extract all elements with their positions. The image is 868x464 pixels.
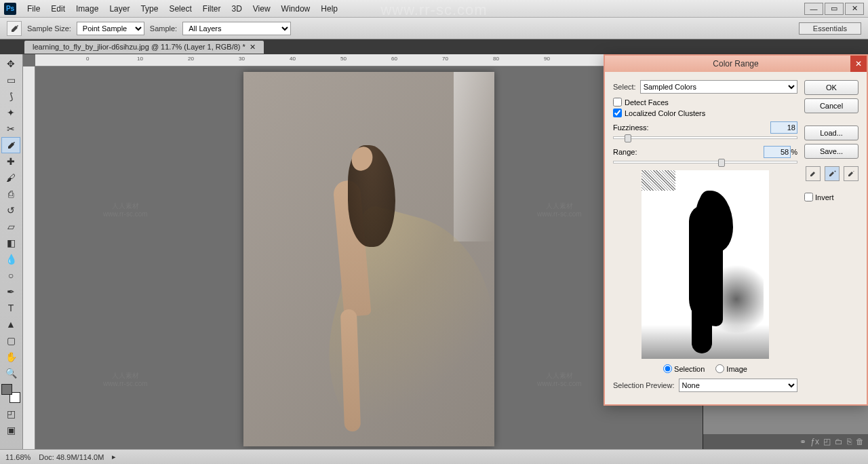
quick-mask-tool[interactable]: ◰ — [1, 406, 20, 422]
menu-file[interactable]: File — [22, 1, 45, 16]
type-tool[interactable]: T — [1, 300, 20, 316]
ruler-mark: 50 — [340, 56, 347, 62]
menu-layer[interactable]: Layer — [104, 1, 135, 16]
new-layer-icon[interactable]: ⎘ — [847, 437, 852, 446]
document-image — [243, 72, 494, 446]
status-bar: 11.68% Doc: 48.9M/114.0M ▸ — [0, 449, 868, 464]
new-group-icon[interactable]: 🗀 — [835, 437, 843, 446]
lasso-tool[interactable]: ⟆ — [1, 88, 20, 104]
radio-image[interactable]: Image — [715, 364, 747, 373]
document-tab[interactable]: learning_to_fly_by_jlior-d6sihzu.jpg @ 1… — [24, 41, 264, 54]
layer-style-icon[interactable]: ƒx — [810, 437, 819, 446]
workspace-switcher[interactable]: Essentials — [799, 22, 861, 35]
link-layers-icon[interactable]: ⚭ — [800, 437, 806, 446]
sample-select[interactable]: All Layers — [182, 22, 291, 35]
stamp-tool[interactable]: ⎙ — [1, 186, 20, 202]
menu-image[interactable]: Image — [71, 1, 104, 16]
fuzziness-slider-thumb[interactable] — [625, 134, 631, 142]
ruler-horizontal: 0102030405060708090 — [35, 54, 703, 66]
canvas-area[interactable]: 人人素材www.rr-sc.com 人人素材www.rr-sc.com 人人素材… — [35, 66, 703, 449]
invert-checkbox-row[interactable]: Invert — [804, 193, 859, 201]
path-select-tool[interactable]: ▲ — [1, 316, 20, 332]
menu-window[interactable]: Window — [276, 1, 316, 16]
fuzziness-input[interactable] — [770, 121, 797, 134]
eyedropper-tool-icon[interactable] — [7, 21, 22, 36]
brush-tool[interactable]: 🖌 — [1, 170, 20, 186]
invert-label: Invert — [815, 193, 834, 201]
hand-tool[interactable]: ✋ — [1, 349, 20, 365]
magic-wand-tool[interactable]: ✦ — [1, 104, 20, 121]
layers-panel-footer: ⚭ ƒx ◰ 🗀 ⎘ 🗑 — [703, 434, 868, 449]
move-tool[interactable]: ✥ — [1, 56, 20, 72]
eraser-tool[interactable]: ▱ — [1, 218, 20, 235]
range-input[interactable] — [764, 146, 791, 158]
ok-button[interactable]: OK — [804, 80, 859, 95]
select-dropdown[interactable]: Sampled Colors — [640, 80, 797, 94]
window-controls: — ▭ ✕ — [804, 3, 864, 15]
eyedropper-sample-icon[interactable] — [806, 166, 821, 181]
foreground-color-swatch[interactable] — [1, 384, 12, 395]
preview-noise — [642, 170, 675, 191]
document-tab-close-icon[interactable]: ✕ — [250, 43, 256, 52]
range-label: Range: — [613, 148, 764, 156]
menu-select[interactable]: Select — [163, 1, 197, 16]
dialog-close-button[interactable]: ✕ — [850, 56, 867, 72]
dialog-titlebar[interactable]: Color Range ✕ — [605, 56, 867, 72]
options-bar: Sample Size: Point Sample Sample: All La… — [0, 18, 868, 39]
menu-filter[interactable]: Filter — [197, 1, 226, 16]
zoom-tool[interactable]: 🔍 — [1, 365, 20, 381]
cancel-button[interactable]: Cancel — [804, 98, 859, 113]
load-button[interactable]: Load... — [804, 125, 859, 140]
localized-clusters-checkbox[interactable] — [613, 109, 622, 117]
eyedropper-add-icon[interactable]: + — [825, 166, 840, 181]
radio-selection-input[interactable] — [663, 364, 672, 373]
screen-mode-tool[interactable]: ▣ — [1, 422, 20, 438]
sample-label: Sample: — [150, 24, 177, 33]
zoom-level[interactable]: 11.68% — [5, 453, 31, 461]
detect-faces-label: Detect Faces — [625, 98, 669, 107]
toolbox: ✥ ▭ ⟆ ✦ ✂ ✚ 🖌 ⎙ ↺ ▱ ◧ 💧 ○ ✒ T ▲ ▢ ✋ 🔍 ◰ … — [0, 54, 23, 449]
maximize-button[interactable]: ▭ — [825, 3, 844, 15]
ruler-mark: 20 — [188, 56, 194, 62]
sample-size-select[interactable]: Point Sample — [77, 22, 144, 35]
marquee-tool[interactable]: ▭ — [1, 72, 20, 88]
fuzziness-slider[interactable] — [613, 136, 797, 139]
eyedropper-subtract-icon[interactable]: - — [844, 166, 859, 181]
save-button[interactable]: Save... — [804, 144, 859, 159]
gradient-tool[interactable]: ◧ — [1, 235, 20, 251]
ruler-vertical — [23, 66, 35, 449]
menu-edit[interactable]: Edit — [45, 1, 71, 16]
pen-tool[interactable]: ✒ — [1, 284, 20, 300]
crop-tool[interactable]: ✂ — [1, 121, 20, 137]
blur-tool[interactable]: 💧 — [1, 251, 20, 267]
foreground-background-colors[interactable] — [1, 384, 20, 403]
rectangle-tool[interactable]: ▢ — [1, 332, 20, 349]
menu-3d[interactable]: 3D — [226, 1, 247, 16]
delete-layer-icon[interactable]: 🗑 — [856, 437, 864, 446]
dialog-title: Color Range — [713, 59, 758, 69]
eyedropper-tool[interactable] — [1, 137, 20, 153]
doc-size: 48.9M/114.0M — [56, 453, 104, 461]
dodge-tool[interactable]: ○ — [1, 267, 20, 284]
document-tab-title: learning_to_fly_by_jlior-d6sihzu.jpg @ 1… — [33, 43, 245, 51]
radio-selection[interactable]: Selection — [663, 364, 705, 373]
minimize-button[interactable]: — — [804, 3, 823, 15]
watermark-stamp: 人人素材www.rr-sc.com — [103, 202, 148, 218]
radio-image-input[interactable] — [715, 364, 724, 373]
invert-checkbox[interactable] — [804, 193, 813, 201]
history-brush-tool[interactable]: ↺ — [1, 202, 20, 218]
range-slider[interactable] — [613, 161, 797, 163]
menu-view[interactable]: View — [248, 1, 276, 16]
status-arrow-icon[interactable]: ▸ — [112, 452, 116, 461]
spot-heal-tool[interactable]: ✚ — [1, 153, 20, 170]
layer-mask-icon[interactable]: ◰ — [823, 437, 831, 446]
fuzziness-label: Fuzziness: — [613, 123, 770, 132]
detect-faces-checkbox[interactable] — [613, 98, 622, 107]
photo-figure — [311, 113, 406, 425]
range-slider-thumb[interactable] — [718, 159, 725, 167]
menu-help[interactable]: Help — [315, 1, 343, 16]
localized-clusters-label: Localized Color Clusters — [625, 109, 705, 117]
close-button[interactable]: ✕ — [845, 3, 864, 15]
menu-type[interactable]: Type — [135, 1, 163, 16]
selection-preview-dropdown[interactable]: None — [679, 379, 798, 392]
